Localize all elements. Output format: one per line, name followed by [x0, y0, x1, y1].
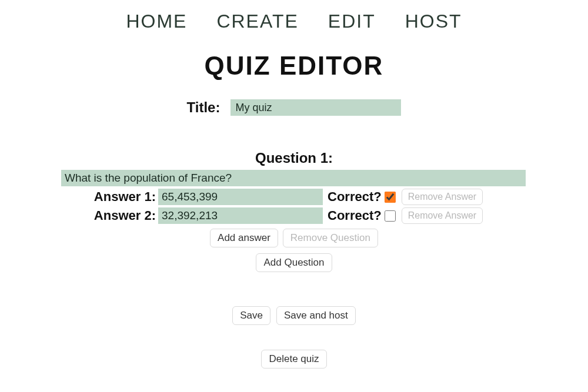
save-button[interactable]: Save — [232, 306, 270, 325]
remove-answer-button[interactable]: Remove Answer — [402, 207, 483, 224]
delete-quiz-button[interactable]: Delete quiz — [261, 350, 326, 368]
question-actions: Add answer Remove Question — [0, 229, 588, 247]
nav-host[interactable]: HOST — [405, 11, 462, 32]
question-text-input[interactable] — [61, 170, 526, 186]
answer-input[interactable] — [158, 207, 323, 224]
title-row: Title: — [0, 99, 588, 116]
add-answer-button[interactable]: Add answer — [210, 229, 278, 247]
answer-label: Answer 1: — [82, 189, 156, 205]
nav-home[interactable]: HOME — [126, 11, 187, 32]
remove-answer-button[interactable]: Remove Answer — [402, 189, 483, 205]
question-heading: Question 1: — [0, 150, 588, 166]
add-question-button[interactable]: Add Question — [256, 253, 332, 272]
answers-list: Answer 1: Correct? Remove Answer Answer … — [0, 189, 588, 224]
title-label: Title: — [187, 99, 220, 116]
page-title: QUIZ EDITOR — [0, 51, 588, 81]
nav-create[interactable]: CREATE — [216, 11, 298, 32]
correct-label: Correct? — [328, 189, 382, 205]
remove-question-button[interactable]: Remove Question — [283, 229, 378, 247]
nav-edit[interactable]: EDIT — [328, 11, 376, 32]
main-nav: HOME CREATE EDIT HOST — [0, 0, 588, 38]
correct-checkbox[interactable] — [385, 192, 396, 203]
title-input[interactable] — [230, 99, 401, 116]
question-block: Question 1: Answer 1: Correct? Remove An… — [0, 150, 588, 272]
answer-row: Answer 2: Correct? Remove Answer — [82, 207, 588, 224]
correct-label: Correct? — [328, 208, 382, 223]
answer-input[interactable] — [158, 189, 323, 205]
save-and-host-button[interactable]: Save and host — [276, 306, 356, 325]
add-question-row: Add Question — [0, 253, 588, 272]
answer-row: Answer 1: Correct? Remove Answer — [82, 189, 588, 205]
delete-row: Delete quiz — [0, 350, 588, 368]
correct-checkbox[interactable] — [385, 210, 396, 222]
save-row: Save Save and host — [0, 306, 588, 325]
answer-label: Answer 2: — [82, 208, 156, 223]
